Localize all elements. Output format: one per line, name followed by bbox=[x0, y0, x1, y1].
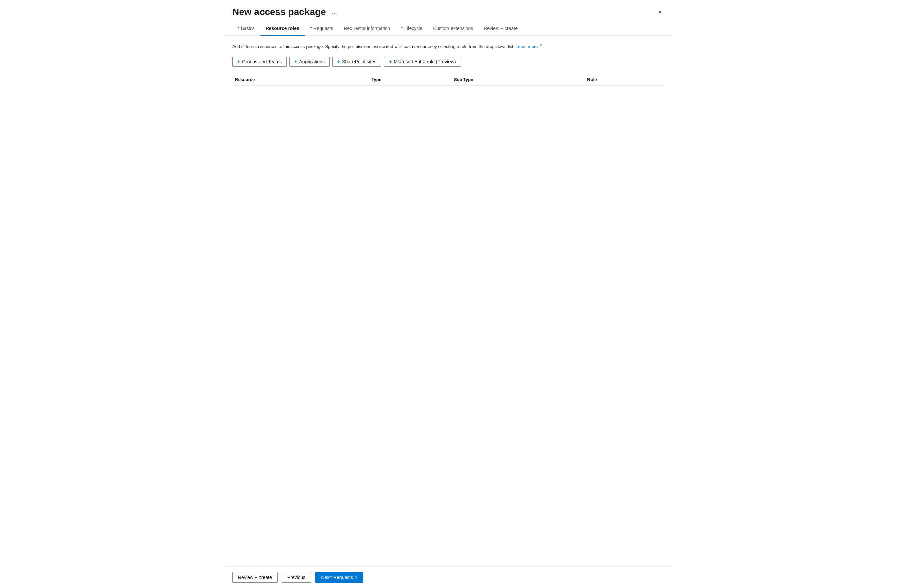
groups-teams-button[interactable]: + Groups and Teams bbox=[232, 57, 287, 67]
page-container: New access package ... × * Basics Resour… bbox=[224, 0, 673, 588]
tab-resource-roles-label: Resource roles bbox=[266, 26, 300, 31]
tab-custom-extensions[interactable]: Custom extensions bbox=[428, 21, 478, 35]
column-sub-type: Sub Type bbox=[451, 73, 585, 86]
table-header-row: Resource Type Sub Type Role bbox=[232, 73, 665, 86]
review-create-button[interactable]: Review + create bbox=[232, 572, 278, 583]
required-star-lifecycle: * bbox=[401, 26, 403, 31]
resource-table: Resource Type Sub Type Role bbox=[232, 73, 665, 86]
header-left: New access package ... bbox=[232, 7, 340, 17]
nav-tabs: * Basics Resource roles * Requests Reque… bbox=[224, 21, 673, 35]
tab-lifecycle[interactable]: * Lifecycle bbox=[395, 21, 428, 35]
plus-icon-sharepoint: + bbox=[337, 59, 340, 64]
tab-lifecycle-label: Lifecycle bbox=[404, 26, 422, 31]
microsoft-entra-role-label: Microsoft Entra role (Preview) bbox=[394, 59, 456, 64]
groups-teams-label: Groups and Teams bbox=[242, 59, 282, 64]
page-title: New access package bbox=[232, 7, 326, 17]
column-type: Type bbox=[369, 73, 451, 86]
column-resource: Resource bbox=[232, 73, 369, 86]
content-area: Add different resources to this access p… bbox=[224, 35, 673, 566]
tab-basics[interactable]: * Basics bbox=[232, 21, 260, 35]
action-buttons: + Groups and Teams + Applications + Shar… bbox=[232, 57, 665, 67]
sharepoint-sites-button[interactable]: + SharePoint sites bbox=[332, 57, 381, 67]
plus-icon-applications: + bbox=[294, 59, 297, 64]
table-header: Resource Type Sub Type Role bbox=[232, 73, 665, 86]
description-text: Add different resources to this access p… bbox=[232, 42, 665, 50]
plus-icon-entra: + bbox=[389, 59, 392, 64]
close-button[interactable]: × bbox=[655, 8, 665, 17]
tab-requestor-information-label: Requestor information bbox=[344, 26, 390, 31]
tab-requests[interactable]: * Requests bbox=[305, 21, 339, 35]
required-star-requests: * bbox=[310, 26, 312, 31]
applications-label: Applications bbox=[299, 59, 325, 64]
tab-resource-roles[interactable]: Resource roles bbox=[260, 21, 305, 35]
page-header: New access package ... × bbox=[224, 0, 673, 21]
column-role: Role bbox=[585, 73, 665, 86]
more-options-button[interactable]: ... bbox=[329, 8, 340, 17]
tab-requests-label: Requests bbox=[313, 26, 333, 31]
previous-button[interactable]: Previous bbox=[282, 572, 311, 583]
tab-requestor-information[interactable]: Requestor information bbox=[338, 21, 395, 35]
required-star-basics: * bbox=[238, 26, 239, 31]
tab-basics-label: Basics bbox=[241, 26, 254, 31]
microsoft-entra-role-button[interactable]: + Microsoft Entra role (Preview) bbox=[384, 57, 461, 67]
tab-review-create-label: Review + create bbox=[484, 26, 517, 31]
tab-custom-extensions-label: Custom extensions bbox=[433, 26, 473, 31]
page-footer: Review + create Previous Next: Requests … bbox=[224, 566, 673, 588]
applications-button[interactable]: + Applications bbox=[289, 57, 330, 67]
tab-review-create[interactable]: Review + create bbox=[478, 21, 523, 35]
next-requests-button[interactable]: Next: Requests > bbox=[315, 572, 363, 583]
external-link-icon: ↗ bbox=[539, 43, 542, 47]
learn-more-link[interactable]: Learn more ↗ bbox=[516, 44, 542, 49]
plus-icon-groups: + bbox=[237, 59, 240, 64]
sharepoint-sites-label: SharePoint sites bbox=[342, 59, 376, 64]
